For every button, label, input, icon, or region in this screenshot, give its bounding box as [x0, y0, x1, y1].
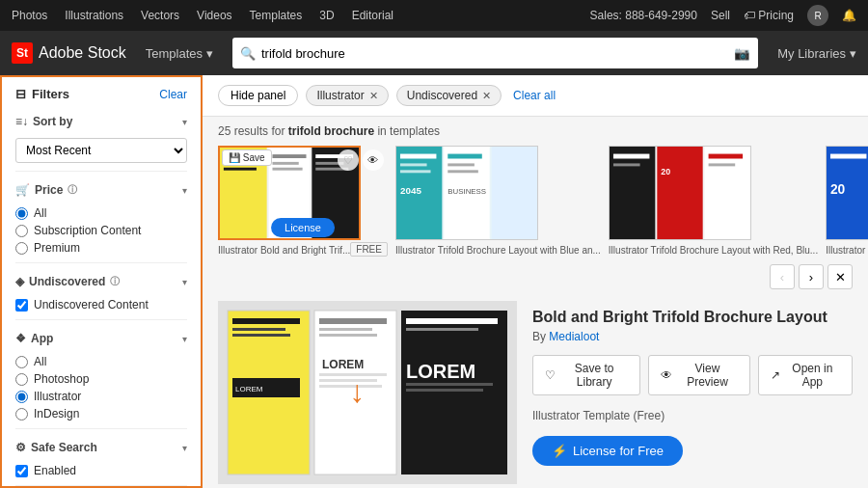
- svg-rect-33: [708, 163, 735, 166]
- preview-title: Bold and Bright Trifold Brochure Layout: [532, 309, 853, 326]
- undiscovered-content-option[interactable]: Undiscovered Content: [15, 298, 187, 312]
- save-to-library-btn[interactable]: ♡ Save to Library: [532, 355, 640, 395]
- thumb-label-1: Illustrator Bold and Bright Trif...: [218, 245, 350, 256]
- camera-search-btn[interactable]: 📷: [734, 46, 750, 61]
- svg-rect-18: [400, 163, 427, 166]
- svg-rect-20: [448, 154, 482, 159]
- view-preview-btn[interactable]: 👁 View Preview: [648, 355, 749, 395]
- svg-rect-46: [232, 328, 285, 331]
- undiscovered-checkbox[interactable]: [15, 299, 28, 312]
- safesearch-label: ⚙ Safe Search: [15, 441, 97, 454]
- app-section: ❖ App ▾ All Photoshop Illustrator InDesi…: [15, 328, 187, 429]
- nav-videos[interactable]: Videos: [197, 9, 231, 22]
- sell-link[interactable]: Sell: [711, 9, 730, 22]
- save-overlay-btn-1[interactable]: 💾 Save: [222, 149, 272, 166]
- price-premium-option[interactable]: Premium: [15, 241, 187, 255]
- nav-3d[interactable]: 3D: [319, 9, 334, 22]
- app-section-header[interactable]: ❖ App ▾: [15, 328, 187, 349]
- hide-panel-btn[interactable]: Hide panel: [218, 85, 298, 106]
- heart-icon-1[interactable]: ♡: [338, 149, 359, 171]
- thumb-footer-3: Illustrator Trifold Brochure Layout with…: [609, 242, 818, 257]
- safesearch-enabled-option[interactable]: Enabled: [15, 464, 187, 477]
- sales-phone: Sales: 888-649-2990: [590, 9, 697, 22]
- undiscovered-section-header[interactable]: ◈ Undiscovered ⓘ ▾: [15, 271, 187, 292]
- app-radio-group: All Photoshop Illustrator InDesign: [15, 355, 187, 420]
- thumbnail-2[interactable]: 2045 BUSINESS Illustrator Trifold Brochu…: [395, 146, 601, 257]
- prev-page-btn[interactable]: ‹: [770, 264, 795, 289]
- clear-filters-link[interactable]: Clear: [159, 88, 187, 101]
- svg-text:LOREM: LOREM: [322, 358, 364, 371]
- safesearch-checkbox[interactable]: [15, 465, 28, 477]
- svg-rect-52: [319, 318, 387, 324]
- app-illustrator-radio[interactable]: [15, 391, 28, 403]
- undiscovered-icon: ◈: [15, 275, 24, 288]
- search-input[interactable]: [261, 46, 728, 61]
- filter-tag-undiscovered-label: Undiscovered: [407, 89, 477, 102]
- nav-photos[interactable]: Photos: [12, 9, 47, 22]
- main-header: St Adobe Stock Templates ▾ 🔍 📷 My Librar…: [0, 31, 868, 75]
- price-subscription-radio[interactable]: [15, 225, 28, 237]
- nav-illustrations[interactable]: Illustrations: [65, 9, 123, 22]
- app-illustrator-option[interactable]: Illustrator: [15, 390, 187, 403]
- app-chevron-icon: ▾: [182, 334, 187, 344]
- price-info-icon: ⓘ: [68, 183, 77, 197]
- notification-icon[interactable]: 🔔: [842, 9, 856, 22]
- svg-rect-63: [406, 383, 493, 386]
- eye-icon-1[interactable]: 👁: [363, 149, 384, 171]
- price-all-option[interactable]: All: [15, 206, 187, 220]
- open-in-app-btn[interactable]: ↗ Open in App: [758, 355, 853, 395]
- thumb-img-3: 20: [609, 146, 751, 240]
- sort-section-header[interactable]: ≡↓ Sort by ▾: [15, 111, 187, 132]
- app-photoshop-option[interactable]: Photoshop: [15, 372, 187, 386]
- sort-dropdown[interactable]: Most Recent Most Popular Relevance: [15, 138, 187, 163]
- license-for-free-btn[interactable]: ⚡ License for Free: [532, 436, 683, 466]
- top-nav: Photos Illustrations Vectors Videos Temp…: [0, 0, 868, 31]
- app-photoshop-radio[interactable]: [15, 373, 28, 386]
- price-section-header[interactable]: 🛒 Price ⓘ ▾: [15, 179, 187, 201]
- filter-bar: Hide panel Illustrator ✕ Undiscovered ✕ …: [203, 75, 868, 117]
- preview-author: By Medialoot: [532, 330, 853, 343]
- my-libraries-btn[interactable]: My Libraries ▾: [777, 46, 856, 61]
- app-all-radio[interactable]: [15, 356, 28, 368]
- thumbnail-3[interactable]: 20 Illustrator Trifold Brochure Layout w…: [609, 146, 818, 257]
- eye-action-icon: 👁: [661, 368, 672, 382]
- thumb-label-2: Illustrator Trifold Brochure Layout with…: [395, 245, 601, 256]
- thumbnail-4[interactable]: 20 Illustrator Trifold Brochure Layout w…: [826, 146, 868, 257]
- thumb-label-3: Illustrator Trifold Brochure Layout with…: [609, 245, 818, 256]
- adobe-stock-brand: Adobe Stock: [39, 44, 126, 62]
- svg-rect-61: [406, 328, 478, 331]
- remove-illustrator-tag[interactable]: ✕: [369, 90, 378, 102]
- svg-rect-59: [401, 311, 507, 474]
- license-overlay-1[interactable]: License: [271, 218, 335, 237]
- app-indesign-radio[interactable]: [15, 408, 28, 420]
- svg-rect-22: [448, 170, 478, 173]
- svg-text:LOREM: LOREM: [406, 361, 475, 382]
- preview-author-link[interactable]: Medialoot: [549, 330, 599, 343]
- app-indesign-option[interactable]: InDesign: [15, 407, 187, 420]
- user-avatar[interactable]: R: [807, 5, 828, 26]
- filter-icon: ⊟: [15, 87, 26, 101]
- thumbnail-1[interactable]: 💾 Save ♡ 👁 License Illustrator Bold and …: [218, 146, 388, 257]
- price-section: 🛒 Price ⓘ ▾ All Subscription Content Pre…: [15, 179, 187, 263]
- price-subscription-option[interactable]: Subscription Content: [15, 224, 187, 237]
- nav-editorial[interactable]: Editorial: [352, 9, 393, 22]
- filter-tag-undiscovered: Undiscovered ✕: [396, 85, 502, 106]
- price-premium-radio[interactable]: [15, 242, 28, 255]
- svg-rect-29: [613, 154, 649, 159]
- clear-all-link[interactable]: Clear all: [513, 89, 556, 102]
- pricing-link[interactable]: 🏷 Pricing: [744, 9, 794, 22]
- safesearch-section-header[interactable]: ⚙ Safe Search ▾: [15, 437, 187, 458]
- svg-text:BUSINESS: BUSINESS: [448, 187, 486, 196]
- svg-rect-26: [610, 147, 655, 240]
- templates-dropdown-btn[interactable]: Templates ▾: [138, 42, 221, 65]
- nav-templates[interactable]: Templates: [250, 9, 303, 22]
- app-icon: ❖: [15, 332, 26, 345]
- app-all-option[interactable]: All: [15, 355, 187, 368]
- main-layout: ⊟ Filters Clear ≡↓ Sort by ▾ Most Recent…: [0, 75, 868, 488]
- nav-vectors[interactable]: Vectors: [141, 9, 179, 22]
- remove-undiscovered-tag[interactable]: ✕: [482, 90, 491, 102]
- close-panel-btn[interactable]: ✕: [827, 264, 853, 289]
- search-icon: 🔍: [240, 46, 256, 61]
- price-all-radio[interactable]: [15, 207, 28, 220]
- next-page-btn[interactable]: ›: [799, 264, 824, 289]
